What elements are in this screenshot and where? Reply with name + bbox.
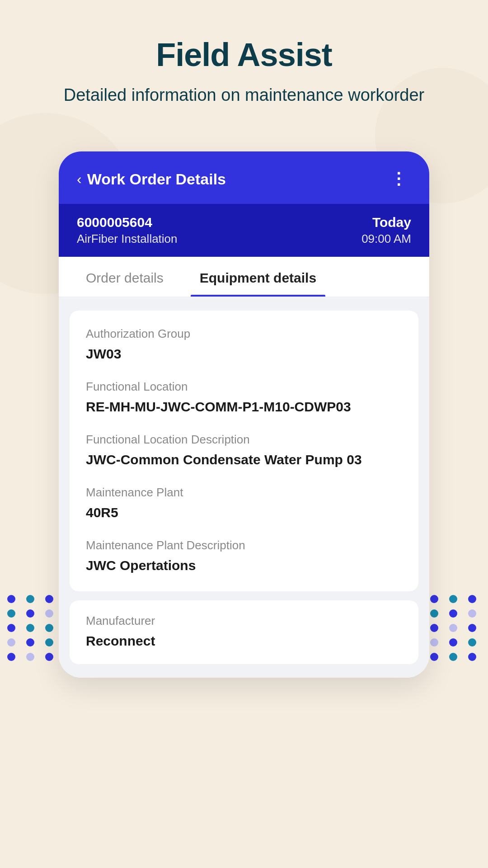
authorization-group-value: JW03	[86, 344, 402, 363]
maintenance-plant-desc-value: JWC Opertations	[86, 556, 402, 575]
authorization-group-label: Authorization Group	[86, 327, 402, 341]
dot	[449, 595, 457, 603]
tab-equipment-details[interactable]: Equipment details	[191, 257, 325, 297]
functional-location-desc-label: Functional Location Description	[86, 433, 402, 447]
dot	[26, 638, 34, 646]
dot	[45, 624, 53, 632]
manufacturer-card: Manufacturer Reconnect	[70, 600, 418, 664]
dot	[45, 609, 53, 618]
app-subtitle: Detailed information on maintenance work…	[18, 84, 470, 106]
dot	[430, 595, 438, 603]
dot	[45, 653, 53, 661]
dot	[468, 638, 476, 646]
app-mockup: ‹ Work Order Details ⋮ 6000005604 AirFib…	[59, 151, 429, 678]
dot	[468, 595, 476, 603]
back-icon: ‹	[77, 171, 82, 188]
manufacturer-value: Reconnect	[86, 632, 402, 651]
field-maintenance-plant-description: Maintenance Plant Description JWC Operta…	[86, 538, 402, 575]
work-order-summary: 6000005604 AirFiber Installation Today 0…	[59, 204, 429, 257]
dot	[45, 638, 53, 646]
dot	[468, 624, 476, 632]
functional-location-value: RE-MH-MU-JWC-COMM-P1-M10-CDWP03	[86, 397, 402, 416]
dot	[430, 624, 438, 632]
dot	[430, 609, 438, 618]
screen-title: Work Order Details	[87, 170, 226, 188]
dot	[449, 653, 457, 661]
dot	[26, 653, 34, 661]
maintenance-plant-value: 40R5	[86, 503, 402, 522]
manufacturer-label: Manufacturer	[86, 614, 402, 628]
work-order-left: 6000005604 AirFiber Installation	[77, 215, 178, 246]
dot	[449, 638, 457, 646]
field-functional-location: Functional Location RE-MH-MU-JWC-COMM-P1…	[86, 380, 402, 416]
tab-order-details[interactable]: Order details	[77, 257, 173, 297]
functional-location-label: Functional Location	[86, 380, 402, 394]
content-area: Authorization Group JW03 Functional Loca…	[59, 297, 429, 678]
more-menu-button[interactable]: ⋮	[387, 168, 411, 190]
work-order-time: Today 09:00 AM	[361, 215, 411, 246]
field-authorization-group: Authorization Group JW03	[86, 327, 402, 363]
time-label: Today	[361, 215, 411, 230]
dot	[26, 609, 34, 618]
header-section: Field Assist Detailed information on mai…	[0, 0, 488, 124]
dot	[7, 595, 15, 603]
dot	[449, 609, 457, 618]
app-header: ‹ Work Order Details ⋮ 6000005604 AirFib…	[59, 151, 429, 257]
field-functional-location-description: Functional Location Description JWC-Comm…	[86, 433, 402, 469]
back-button[interactable]: ‹ Work Order Details	[77, 170, 226, 188]
time-value: 09:00 AM	[361, 232, 411, 246]
dot	[26, 595, 34, 603]
field-maintenance-plant: Maintenance Plant 40R5	[86, 486, 402, 522]
dot	[26, 624, 34, 632]
dot	[7, 638, 15, 646]
functional-location-desc-value: JWC-Common Condensate Water Pump 03	[86, 450, 402, 469]
maintenance-plant-label: Maintenance Plant	[86, 486, 402, 500]
tabs-bar: Order details Equipment details	[59, 257, 429, 297]
work-order-type: AirFiber Installation	[77, 232, 178, 246]
dot	[468, 609, 476, 618]
app-title: Field Assist	[18, 36, 470, 73]
dot	[7, 624, 15, 632]
dot	[468, 653, 476, 661]
equipment-details-card: Authorization Group JW03 Functional Loca…	[70, 311, 418, 591]
dot	[449, 624, 457, 632]
dot	[7, 609, 15, 618]
dot	[430, 638, 438, 646]
maintenance-plant-desc-label: Maintenance Plant Description	[86, 538, 402, 552]
dot	[7, 653, 15, 661]
work-order-id: 6000005604	[77, 215, 178, 230]
dot	[45, 595, 53, 603]
dot	[430, 653, 438, 661]
